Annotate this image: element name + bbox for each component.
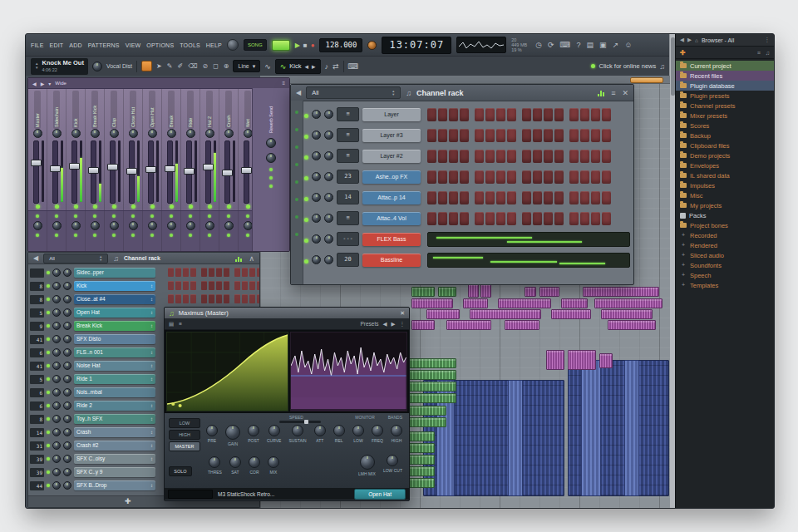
- fader-handle[interactable]: [165, 165, 175, 172]
- channel-button[interactable]: Ride 1↕: [74, 374, 155, 384]
- mixer-strip-led[interactable]: [93, 204, 97, 209]
- close-icon[interactable]: ✕: [622, 89, 628, 97]
- channel-enable-led[interactable]: [47, 324, 50, 328]
- channel-enable-led[interactable]: [47, 417, 50, 421]
- channel-button[interactable]: Open Hat↕: [74, 308, 155, 318]
- channel-target-box[interactable]: 20: [337, 253, 359, 267]
- band-button-master[interactable]: MASTER: [169, 441, 200, 451]
- channel-pan-knob[interactable]: [312, 131, 321, 140]
- mx-knob-att[interactable]: [314, 425, 326, 436]
- audio-clip[interactable]: [594, 298, 663, 308]
- browser-item[interactable]: IL shared data: [676, 170, 774, 180]
- more-icon[interactable]: ⋮: [400, 321, 406, 328]
- step-cell[interactable]: [168, 281, 174, 290]
- channel-target-box[interactable]: ---: [337, 232, 359, 246]
- mx-knob-thres[interactable]: [209, 456, 220, 468]
- browser-item[interactable]: My projects: [676, 200, 774, 210]
- channel-enable-led[interactable]: [304, 155, 308, 160]
- mixer-strip[interactable]: Hat 2: [200, 89, 219, 210]
- step-cell[interactable]: [234, 281, 240, 290]
- updown-icon[interactable]: ↕: [150, 294, 153, 304]
- speaker-icon[interactable]: ♫: [659, 62, 665, 71]
- step-cell[interactable]: [544, 108, 553, 121]
- step-cell[interactable]: [507, 191, 516, 204]
- step-cell[interactable]: [224, 294, 229, 303]
- grid-icon[interactable]: ▤: [587, 41, 594, 49]
- sync-icon[interactable]: ⟳: [548, 41, 554, 49]
- tempo-display[interactable]: 128.000: [319, 38, 362, 52]
- step-cell[interactable]: [257, 294, 260, 303]
- mixer-send-led[interactable]: [112, 214, 116, 218]
- expand-plus-icon[interactable]: +: [680, 232, 687, 239]
- step-cell[interactable]: [485, 150, 495, 163]
- step-cell[interactable]: [438, 108, 447, 121]
- list-icon[interactable]: ≡: [282, 81, 285, 86]
- mixer-strip-knob[interactable]: [224, 129, 234, 138]
- mixer-send-led[interactable]: [189, 234, 192, 237]
- send-knob[interactable]: [266, 153, 276, 163]
- audio-clip[interactable]: [468, 283, 479, 298]
- mx-knob-sat[interactable]: [229, 456, 241, 468]
- mixer-bottom-knob[interactable]: [33, 221, 42, 230]
- step-cell[interactable]: [460, 129, 469, 142]
- mixer-strip-knob[interactable]: [129, 129, 138, 138]
- browser-item[interactable]: Recent files: [676, 71, 774, 81]
- audio-clip[interactable]: [408, 382, 456, 392]
- step-cell[interactable]: [485, 212, 495, 225]
- channel-button[interactable]: SFX C..y 9: [74, 467, 155, 477]
- channel-volume-knob[interactable]: [324, 255, 333, 264]
- channel-pan-knob[interactable]: [312, 110, 321, 119]
- playlist-ruler[interactable]: [260, 76, 670, 84]
- smiley-icon[interactable]: ☺: [624, 41, 632, 49]
- step-cell[interactable]: [580, 108, 589, 121]
- step-cell[interactable]: [507, 170, 516, 184]
- mixer-fader[interactable]: [69, 140, 82, 202]
- channel-enable-led[interactable]: [47, 337, 50, 341]
- mixer-send-led[interactable]: [74, 234, 77, 237]
- channel-volume-knob[interactable]: [63, 308, 71, 317]
- audio-clip[interactable]: [408, 393, 456, 403]
- zoom-tool-icon[interactable]: ⊕: [224, 62, 229, 70]
- channel-pan-knob[interactable]: [52, 481, 61, 490]
- browser-item[interactable]: Scores: [676, 121, 774, 131]
- step-cell[interactable]: [449, 150, 458, 163]
- step-cell[interactable]: [475, 170, 484, 184]
- channel-enable-led[interactable]: [304, 176, 308, 180]
- step-cell[interactable]: [460, 170, 469, 184]
- audio-clip[interactable]: [480, 283, 491, 298]
- step-cell[interactable]: [475, 129, 484, 142]
- channel-pan-knob[interactable]: [52, 335, 61, 343]
- step-cell[interactable]: [427, 150, 436, 163]
- preset-browser-control[interactable]: Presets ◀ ▶ ⋮: [360, 321, 405, 328]
- step-cell[interactable]: [249, 294, 255, 303]
- mixer-bottom-knob[interactable]: [224, 221, 234, 230]
- audio-clip[interactable]: [505, 320, 539, 330]
- channel-volume-knob[interactable]: [63, 415, 71, 423]
- song-mode-toggle[interactable]: SONG: [244, 39, 267, 51]
- mx-knob-lmh-mix[interactable]: [360, 455, 375, 470]
- close-icon[interactable]: ✕: [400, 310, 405, 317]
- step-cell[interactable]: [569, 212, 579, 225]
- channel-button[interactable]: Layer #2: [362, 150, 421, 163]
- mixer-send-led[interactable]: [150, 234, 154, 237]
- mixer-send-led[interactable]: [93, 234, 96, 237]
- expand-plus-icon[interactable]: +: [680, 242, 687, 249]
- mx-knob-freq[interactable]: [372, 425, 383, 436]
- monitor-icon[interactable]: ▣: [599, 41, 607, 49]
- channel-pan-knob[interactable]: [312, 234, 321, 244]
- step-cell[interactable]: [209, 268, 214, 277]
- audio-clip[interactable]: [408, 370, 456, 380]
- channel-button[interactable]: Nois..mbal: [74, 387, 155, 397]
- browser-item[interactable]: +Rendered: [676, 240, 774, 250]
- mixer-strip-knob[interactable]: [244, 129, 253, 138]
- clock-icon[interactable]: ◷: [535, 41, 542, 49]
- mixer-fader[interactable]: [88, 140, 101, 202]
- channel-volume-knob[interactable]: [63, 441, 71, 450]
- fader-handle[interactable]: [184, 168, 195, 175]
- step-cell[interactable]: [569, 150, 579, 163]
- pattern-clip[interactable]: [624, 360, 639, 496]
- select-tool-icon[interactable]: ➤: [156, 62, 162, 70]
- step-cell[interactable]: [496, 170, 505, 184]
- step-cell[interactable]: [460, 212, 469, 225]
- step-cell[interactable]: [602, 191, 611, 204]
